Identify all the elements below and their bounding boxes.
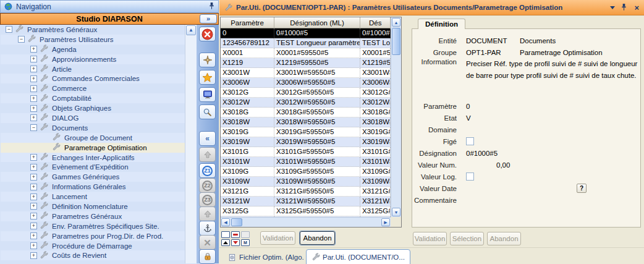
scroll-left-icon[interactable]: ◀ xyxy=(221,218,230,226)
expand-expander-icon[interactable]: + xyxy=(30,105,37,112)
tab-2[interactable]: Par.Uti. (DOCUMENT/O... xyxy=(306,249,410,264)
table-row[interactable]: X0001X0001#59550#5X0001#59550#5 xyxy=(221,48,391,58)
expand-expander-icon[interactable]: + xyxy=(30,164,37,171)
selection-button[interactable]: Sélection xyxy=(450,232,484,245)
expand-expander-icon[interactable]: + xyxy=(30,85,37,92)
table-row[interactable]: X3101GX3101G#59550#5X3101G#59550#5 xyxy=(221,147,391,157)
table-row[interactable]: X3018WX3018W#59550#5X3018W#59550#5 xyxy=(221,117,391,127)
scroll-up-icon[interactable]: ▲ xyxy=(186,25,196,35)
recordnav-blank-icon[interactable] xyxy=(221,231,230,238)
abandon-button[interactable]: Abandon xyxy=(487,232,521,245)
scroll-up-icon[interactable]: ▲ xyxy=(392,18,400,27)
table-row[interactable]: X3001WX3001W#59550#5X3001W#59550#5 xyxy=(221,68,391,78)
table-row[interactable]: X3019WX3019W#59550#5X3019W#59550#5 xyxy=(221,137,391,147)
recordnav-triangle-down-icon[interactable] xyxy=(231,239,240,246)
tree-item-commerce[interactable]: +Commerce xyxy=(1,83,185,93)
tree-item-parametrage-optimisation[interactable]: Parametrage Optimisation xyxy=(1,143,185,153)
tree-scrollbar[interactable]: ▲ xyxy=(185,25,197,263)
expand-expander-icon[interactable]: + xyxy=(30,213,37,219)
expand-expander-icon[interactable]: + xyxy=(30,154,37,161)
zone2-button[interactable]: Z2 xyxy=(199,178,216,193)
recordnav-m-label-icon[interactable]: M xyxy=(241,239,250,246)
close-icon[interactable]: × xyxy=(634,3,639,12)
move-up-button[interactable] xyxy=(199,147,216,162)
tree-item-groupe-de-document[interactable]: Groupe de Document xyxy=(1,133,185,143)
compass-button[interactable] xyxy=(199,53,216,67)
promote-button[interactable] xyxy=(199,207,216,221)
expand-expander-icon[interactable]: + xyxy=(30,114,37,121)
tree-item-ev-nement-d-exp-dition[interactable]: +Evènement d'Expédition xyxy=(1,162,185,172)
tree-item-param-tres-g-n-raux[interactable]: −Paramètres Généraux xyxy=(1,25,185,35)
tree-item-informations-g-n-rales[interactable]: +Informations Générales xyxy=(1,182,185,192)
expand-expander-icon[interactable]: + xyxy=(30,184,37,190)
table-row[interactable]: X3019GX3019G#59550#5X3019G#59550#5 xyxy=(221,127,391,137)
abandon-button[interactable]: Abandon xyxy=(300,231,335,245)
expand-expander-icon[interactable]: + xyxy=(30,66,37,72)
expand-panel-button[interactable]: » xyxy=(200,14,217,23)
date-help-button[interactable]: ? xyxy=(577,184,587,193)
collapse-expander-icon[interactable]: − xyxy=(6,26,12,33)
expand-expander-icon[interactable]: + xyxy=(30,223,37,229)
expand-expander-icon[interactable]: + xyxy=(30,46,37,53)
lock-button[interactable] xyxy=(199,249,216,264)
fige-checkbox[interactable] xyxy=(466,137,474,145)
pin-icon[interactable] xyxy=(209,2,214,12)
tree-item-proc-dure-de-d-marrage[interactable]: +Procédure de Démarrage xyxy=(1,241,185,251)
tree-item-documents[interactable]: −Documents xyxy=(1,123,185,133)
valeur-log-checkbox[interactable] xyxy=(466,172,474,181)
expand-expander-icon[interactable]: + xyxy=(30,174,37,181)
expand-expander-icon[interactable]: + xyxy=(30,194,37,200)
tree-item-approvisionnements[interactable]: +Approvisionnements xyxy=(1,54,185,64)
expand-expander-icon[interactable]: + xyxy=(30,232,37,239)
pin-icon[interactable] xyxy=(621,3,627,12)
expand-expander-icon[interactable]: + xyxy=(30,56,37,62)
table-row[interactable]: X3018GX3018G#59550#5X3018G#59550#5 xyxy=(221,108,391,117)
chevron-down-icon[interactable] xyxy=(610,6,615,9)
table-row[interactable]: X3121WX3121W#59550#5X3121W#59550#5 xyxy=(221,197,391,207)
favorites-button[interactable] xyxy=(199,70,216,85)
tree-item-gammes-g-n-riques[interactable]: +Gammes Génériques xyxy=(1,172,185,182)
tree-item-d-finition-nomenclature[interactable]: +Définition Nomenclature xyxy=(1,202,185,211)
table-row[interactable]: X3012WX3012W#59550#5X3012W#59550#5 xyxy=(221,98,391,108)
table-row[interactable]: X3125GX3125G#59550#5X3125G#59550#5 xyxy=(221,207,391,216)
column-header-3[interactable]: Dés xyxy=(360,17,391,28)
expand-expander-icon[interactable]: + xyxy=(30,95,37,102)
table-row[interactable]: X3006WX3006W#59550#5X3006W#59550#5 xyxy=(221,78,391,88)
zone1-button[interactable]: Z1 xyxy=(199,163,216,178)
table-row[interactable]: 123456789112TEST Longueur paramètreTEST … xyxy=(221,38,391,48)
table-row[interactable]: X3121GX3121G#59550#5X3121G#59550#5 xyxy=(221,187,391,197)
table-row[interactable]: X3101WX3101W#59550#5X3101W#59550#5 xyxy=(221,157,391,167)
vertical-scrollbar[interactable]: ▲ ▼ xyxy=(391,17,401,217)
tree-item-commandes-commerciales[interactable]: +Commandes Commerciales xyxy=(1,74,185,83)
collapse-expander-icon[interactable]: − xyxy=(18,36,25,43)
scroll-right-icon[interactable]: ▶ xyxy=(381,218,390,226)
recordnav-marker-icon[interactable] xyxy=(231,231,240,238)
collapse-expander-icon[interactable]: − xyxy=(30,124,37,131)
table-row[interactable]: X3109GX3109G#59550#5X3109G#59550#5 xyxy=(221,167,391,177)
horizontal-scrollbar[interactable]: ◀ ▶ xyxy=(221,217,391,227)
collapse-button[interactable]: « xyxy=(199,131,216,146)
tree-item-article[interactable]: +Article xyxy=(1,64,185,74)
expand-expander-icon[interactable]: + xyxy=(30,242,37,249)
tree-item-parametres-g-n-raux[interactable]: +Parametres Généraux xyxy=(1,211,185,221)
scroll-down-icon[interactable]: ▼ xyxy=(392,208,400,216)
recordnav-blank-disabled-icon[interactable] xyxy=(241,231,250,238)
tree-item-lancement[interactable]: +Lancement xyxy=(1,192,185,202)
tree-item-objets-graphiques[interactable]: +Objets Graphiques xyxy=(1,103,185,113)
tree-item-agenda[interactable]: +Agenda xyxy=(1,45,185,54)
expand-expander-icon[interactable]: + xyxy=(30,203,37,210)
tree-item-comptabilit-[interactable]: +Comptabilité xyxy=(1,93,185,103)
table-row[interactable]: X1219X1219#59550#5X1219#59550#5 xyxy=(221,58,391,68)
close-button[interactable] xyxy=(199,27,216,41)
delete-button[interactable]: ✕ xyxy=(199,235,216,250)
tree-item-echanges-inter-applicatifs[interactable]: +Echanges Inter-Applicatifs xyxy=(1,153,185,163)
tree-item-co-ts-de-revient[interactable]: +Coûts de Revient xyxy=(1,250,185,260)
screen-button[interactable] xyxy=(199,87,216,102)
scrollbar-thumb[interactable] xyxy=(231,218,242,226)
tree-item-parametres-pour-prog-dir-de-prod-[interactable]: +Parametres pour Prog.Dir. de Prod. xyxy=(1,231,185,241)
tree-item-dialog[interactable]: +DIALOG xyxy=(1,113,185,123)
anchor-button[interactable] xyxy=(199,221,216,236)
tab-definition[interactable]: Définition xyxy=(418,19,465,29)
tree-item-env-param-tres-sp-cifiques-site-[interactable]: +Env. Paramètres Spécifiques Site. xyxy=(1,221,185,231)
table-row[interactable]: X3109WX3109W#59550#5X3109W#59550#5 xyxy=(221,177,391,187)
